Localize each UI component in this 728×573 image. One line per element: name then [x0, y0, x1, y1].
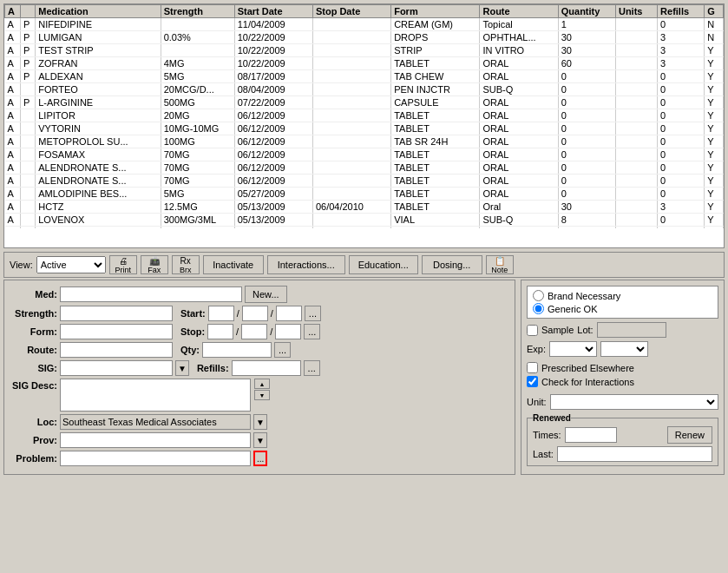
refills-ellipsis-button[interactable]: ...	[304, 360, 320, 376]
table-cell	[20, 148, 35, 161]
dosing-button[interactable]: Dosing...	[422, 255, 482, 274]
education-button[interactable]: Education...	[349, 255, 418, 274]
unit-select[interactable]	[550, 394, 718, 410]
interactions-button[interactable]: Interactions...	[267, 255, 345, 274]
start-month[interactable]	[208, 306, 234, 321]
checkbox-group: Prescribed Elsewhere Check for Interacti…	[527, 360, 718, 389]
sig-desc-scroll-down[interactable]: ▼	[254, 390, 270, 400]
stop-ellipsis-button[interactable]: ...	[304, 324, 320, 339]
refills-input[interactable]	[232, 360, 301, 376]
table-cell: ORAL	[480, 122, 558, 135]
table-row[interactable]: APALDEXAN5MG08/17/2009TAB CHEWORAL00Y	[5, 70, 724, 83]
exp-year-select[interactable]	[600, 341, 648, 357]
col-header-strength[interactable]: Strength	[161, 5, 234, 18]
table-row[interactable]: APLUMIGAN0.03%10/22/2009DROPSOPHTHAL...3…	[5, 31, 724, 44]
check-interactions-checkbox[interactable]	[527, 376, 538, 387]
strength-input[interactable]	[60, 306, 173, 321]
table-cell: 20MCG/D...	[161, 83, 234, 96]
col-header-g[interactable]: G	[705, 5, 724, 18]
table-cell: P	[20, 70, 35, 83]
table-row[interactable]: APZOFRAN4MG10/22/2009TABLETORAL603Y	[5, 57, 724, 70]
table-cell: 0	[658, 148, 705, 161]
table-row[interactable]: AMETOPROLOL SU...100MG06/12/2009TAB SR 2…	[5, 135, 724, 148]
qty-input[interactable]	[202, 342, 272, 358]
sig-desc-scroll-up[interactable]: ▲	[254, 379, 270, 389]
table-row[interactable]: APL-ARGININE500MG07/22/2009CAPSULEORAL00…	[5, 96, 724, 109]
col-header-refills[interactable]: Refills	[658, 5, 705, 18]
times-label: Times:	[533, 430, 561, 440]
sample-checkbox[interactable]	[527, 325, 538, 336]
col-header-a[interactable]: A	[5, 5, 21, 18]
med-input[interactable]	[60, 286, 242, 302]
table-cell: 500MG	[161, 96, 234, 109]
stop-day[interactable]	[241, 324, 267, 339]
qty-ellipsis-button[interactable]: ...	[274, 342, 291, 358]
fax-button[interactable]: 📠 Fax	[141, 255, 168, 274]
start-year[interactable]	[276, 306, 302, 321]
sig-input[interactable]	[60, 360, 173, 376]
new-button[interactable]: New...	[245, 286, 287, 303]
col-header-form[interactable]: Form	[391, 5, 480, 18]
form-input[interactable]	[60, 324, 173, 339]
table-row[interactable]: AFORTEO20MCG/D...08/04/2009PEN INJCTRSUB…	[5, 83, 724, 96]
prov-dropdown-button[interactable]: ▼	[253, 432, 267, 448]
table-cell: 1	[558, 18, 615, 31]
table-cell: 0	[558, 148, 615, 161]
inactivate-button[interactable]: Inactivate	[203, 255, 264, 274]
loc-dropdown-button[interactable]: ▼	[253, 414, 267, 430]
table-row[interactable]: AALENDRONATE S...70MG06/12/2009TABLETORA…	[5, 161, 724, 175]
table-cell	[615, 188, 657, 201]
print-button[interactable]: 🖨 Print	[109, 255, 137, 274]
table-cell	[20, 83, 35, 96]
table-wrapper[interactable]: A Medication Strength Start Date Stop Da…	[4, 4, 724, 228]
exp-month-select[interactable]	[549, 341, 597, 357]
col-header-start[interactable]: Start Date	[234, 5, 312, 18]
brx-button[interactable]: Rx Brx	[172, 255, 200, 274]
col-header-medication[interactable]: Medication	[36, 5, 161, 18]
table-cell	[312, 57, 390, 70]
table-cell: 0	[658, 188, 705, 201]
table-row[interactable]: AFOSAMAX70MG06/12/2009TABLETORAL00Y	[5, 148, 724, 161]
table-cell	[615, 175, 657, 188]
stop-year[interactable]	[275, 324, 301, 339]
table-cell	[615, 148, 657, 161]
table-cell: 30	[558, 44, 615, 57]
start-day[interactable]	[242, 306, 268, 321]
col-header-flag[interactable]	[20, 5, 35, 18]
col-header-quantity[interactable]: Quantity	[558, 5, 615, 18]
sig-dropdown-button[interactable]: ▼	[175, 360, 189, 376]
note-button[interactable]: 📋 Note	[486, 255, 514, 274]
table-row[interactable]: AAMLODIPINE BES...5MG05/27/2009TABLETORA…	[5, 188, 724, 201]
lot-input[interactable]	[597, 322, 666, 338]
col-header-route[interactable]: Route	[480, 5, 558, 18]
view-select[interactable]: Active Inactive All	[36, 256, 106, 273]
table-cell	[615, 96, 657, 109]
brand-necessary-radio[interactable]	[533, 290, 544, 301]
table-row[interactable]: AALENDRONATE S...70MG06/12/2009TABLETORA…	[5, 175, 724, 188]
generic-ok-radio[interactable]	[533, 303, 544, 314]
table-row[interactable]: APTEST STRIP10/22/2009STRIPIN VITRO303Y	[5, 44, 724, 57]
prov-input[interactable]	[60, 432, 251, 448]
table-cell: FOSAMAX	[36, 148, 161, 161]
stop-slash1: /	[236, 326, 239, 337]
start-ellipsis-button[interactable]: ...	[305, 306, 321, 321]
table-row[interactable]: ALOVENOX300MG/3ML05/13/2009VIALSUB-Q80Y	[5, 214, 724, 227]
table-row[interactable]: APNIFEDIPINE11/04/2009CREAM (GM)Topical1…	[5, 18, 724, 31]
table-row[interactable]: AVYTORIN10MG-10MG06/12/2009TABLETORAL00Y	[5, 122, 724, 135]
times-input[interactable]	[565, 427, 617, 443]
col-header-stop[interactable]: Stop Date	[312, 5, 390, 18]
sig-desc-textarea[interactable]	[60, 379, 251, 412]
problem-ellipsis-button[interactable]: ...	[253, 451, 267, 466]
table-row[interactable]: AHCTZ12.5MG05/13/200906/04/2010TABLETOra…	[5, 201, 724, 214]
prescribed-elsewhere-checkbox[interactable]	[527, 362, 538, 373]
route-input[interactable]	[60, 342, 173, 358]
table-row[interactable]: ABACTRIM DS800-160MG05/08/2009TABLETORAL…	[5, 227, 724, 229]
table-row[interactable]: ALIPITOR20MG06/12/2009TABLETORAL00Y	[5, 109, 724, 122]
last-input[interactable]	[557, 446, 712, 462]
problem-input[interactable]	[60, 451, 251, 466]
stop-month[interactable]	[207, 324, 233, 339]
renew-button[interactable]: Renew	[667, 426, 712, 444]
col-header-units[interactable]: Units	[615, 5, 657, 18]
qty-label: Qty:	[180, 345, 200, 355]
loc-input[interactable]	[60, 414, 251, 430]
